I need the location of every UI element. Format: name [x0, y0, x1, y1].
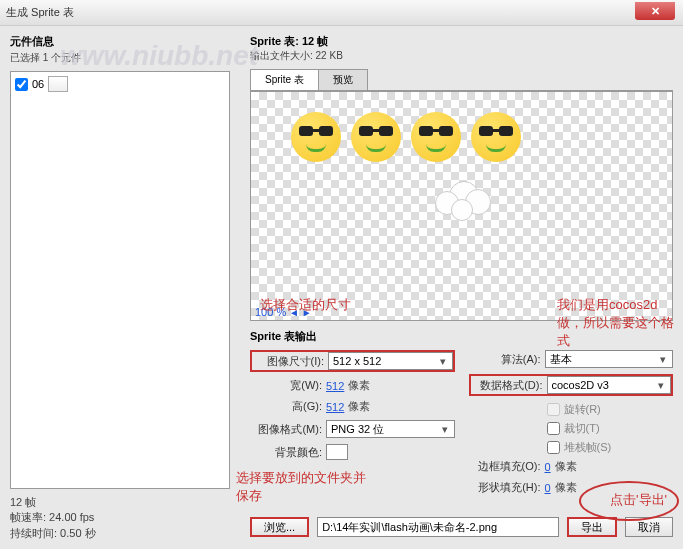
form-col-left: 图像尺寸(I): 512 x 512 ▾ 宽(W): 512 像素 高(G): …: [250, 350, 455, 501]
right-panel: Sprite 表: 12 帧 输出文件大小: 22 KB Sprite 表 预览…: [240, 26, 683, 549]
left-panel: 元件信息 已选择 1 个元件 06 12 帧 帧速率: 24.00 fps 持续…: [0, 26, 240, 549]
image-dim-label: 图像尺寸(I):: [252, 354, 324, 369]
stats: 12 帧 帧速率: 24.00 fps 持续时间: 0.50 秒: [10, 495, 230, 541]
chevron-down-icon: ▾: [656, 353, 670, 366]
sprite-cloud: [431, 177, 497, 223]
trim-row: 裁切(T): [547, 421, 674, 436]
algorithm-row: 算法(A): 基本 ▾: [469, 350, 674, 368]
component-list[interactable]: 06: [10, 71, 230, 489]
sprite-emoji: [291, 112, 341, 162]
preview-canvas[interactable]: 100 % ◄ ►: [250, 91, 673, 321]
chevron-down-icon: ▾: [436, 355, 450, 368]
browse-button[interactable]: 浏览...: [250, 517, 309, 537]
main-area: 元件信息 已选择 1 个元件 06 12 帧 帧速率: 24.00 fps 持续…: [0, 26, 683, 549]
height-row: 高(G): 512 像素: [250, 399, 455, 414]
rotate-checkbox[interactable]: [547, 403, 560, 416]
algorithm-label: 算法(A):: [469, 352, 541, 367]
image-format-row: 图像格式(M): PNG 32 位 ▾: [250, 420, 455, 438]
item-thumbnail: [48, 76, 68, 92]
output-path-input[interactable]: [317, 517, 559, 537]
shape-padding-label: 形状填充(H):: [469, 480, 541, 495]
close-button[interactable]: ✕: [635, 2, 675, 20]
sprite-emoji: [351, 112, 401, 162]
sprite-emoji: [471, 112, 521, 162]
tab-sprite-sheet[interactable]: Sprite 表: [250, 69, 319, 90]
output-section-title: Sprite 表输出: [250, 329, 673, 344]
export-button[interactable]: 导出: [567, 517, 617, 537]
component-info-heading: 元件信息: [10, 34, 230, 49]
tabs: Sprite 表 预览: [250, 69, 673, 91]
data-format-dropdown[interactable]: cocos2D v3 ▾: [547, 376, 672, 394]
bg-color-row: 背景颜色:: [250, 444, 455, 460]
titlebar: 生成 Sprite 表 ✕: [0, 0, 683, 26]
bg-color-label: 背景颜色:: [250, 445, 322, 460]
image-format-label: 图像格式(M):: [250, 422, 322, 437]
window-title: 生成 Sprite 表: [6, 5, 74, 20]
border-padding-row: 边框填充(O): 0 像素: [469, 459, 674, 474]
rotate-row: 旋转(R): [547, 402, 674, 417]
list-item[interactable]: 06: [15, 76, 225, 92]
cancel-button[interactable]: 取消: [625, 517, 673, 537]
stack-row: 堆栈帧(S): [547, 440, 674, 455]
height-value[interactable]: 512: [326, 401, 344, 413]
form-col-right: 算法(A): 基本 ▾ 数据格式(D): cocos2D v3 ▾: [469, 350, 674, 501]
zoom-level[interactable]: 100 % ◄ ►: [255, 306, 312, 318]
image-dimensions-row: 图像尺寸(I): 512 x 512 ▾: [250, 350, 455, 372]
width-unit: 像素: [348, 378, 370, 393]
bottom-bar: 浏览... 导出 取消: [250, 511, 673, 537]
image-format-dropdown[interactable]: PNG 32 位 ▾: [326, 420, 455, 438]
chevron-down-icon: ▾: [654, 379, 668, 392]
output-filesize: 输出文件大小: 22 KB: [250, 49, 673, 63]
output-section: Sprite 表输出 图像尺寸(I): 512 x 512 ▾ 宽(W): 51…: [250, 329, 673, 537]
data-format-label: 数据格式(D):: [471, 378, 543, 393]
border-padding-label: 边框填充(O):: [469, 459, 541, 474]
bg-color-swatch[interactable]: [326, 444, 348, 460]
shape-padding-row: 形状填充(H): 0 像素: [469, 480, 674, 495]
selected-count: 已选择 1 个元件: [10, 51, 230, 65]
shape-padding-value[interactable]: 0: [545, 482, 551, 494]
sprite-row: [291, 112, 521, 162]
height-unit: 像素: [348, 399, 370, 414]
data-format-row: 数据格式(D): cocos2D v3 ▾: [469, 374, 674, 396]
border-padding-value[interactable]: 0: [545, 461, 551, 473]
image-dim-dropdown[interactable]: 512 x 512 ▾: [328, 352, 453, 370]
sprite-emoji: [411, 112, 461, 162]
close-icon: ✕: [651, 5, 660, 18]
stat-duration: 持续时间: 0.50 秒: [10, 526, 230, 541]
stat-frames: 12 帧: [10, 495, 230, 510]
width-value[interactable]: 512: [326, 380, 344, 392]
sprite-sheet-heading: Sprite 表: 12 帧: [250, 34, 673, 49]
width-row: 宽(W): 512 像素: [250, 378, 455, 393]
trim-checkbox[interactable]: [547, 422, 560, 435]
height-label: 高(G):: [250, 399, 322, 414]
item-name: 06: [32, 78, 44, 90]
stack-checkbox[interactable]: [547, 441, 560, 454]
item-checkbox[interactable]: [15, 78, 28, 91]
width-label: 宽(W):: [250, 378, 322, 393]
algorithm-dropdown[interactable]: 基本 ▾: [545, 350, 674, 368]
stat-fps: 帧速率: 24.00 fps: [10, 510, 230, 525]
tab-preview[interactable]: 预览: [318, 69, 368, 90]
chevron-down-icon: ▾: [438, 423, 452, 436]
